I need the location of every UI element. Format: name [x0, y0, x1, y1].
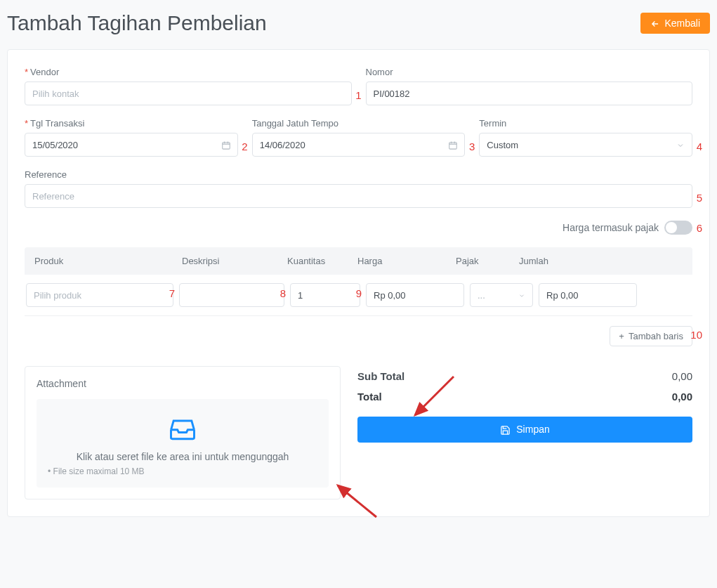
annotation-8: 8: [280, 287, 286, 299]
harga-pajak-label: Harga termasuk pajak: [563, 222, 659, 233]
page-title: Tambah Tagihan Pembelian: [7, 11, 267, 35]
attachment-card: Attachment Klik atau seret file ke area …: [25, 366, 341, 499]
attachment-title: Attachment: [37, 378, 329, 389]
line-item-row: Pilih produk 7 8 9 ...: [25, 275, 692, 316]
form-card: *Vendor Pilih kontak 1 Nomor *Tgl Transa…: [7, 49, 710, 517]
jatuh-tempo-input[interactable]: [252, 133, 466, 157]
subtotal-value: 0,00: [672, 370, 692, 382]
produk-select[interactable]: Pilih produk: [26, 283, 173, 307]
totals-panel: Sub Total 0,00 Total 0,00 Simpan: [357, 366, 692, 443]
nomor-input[interactable]: [366, 81, 693, 105]
th-produk: Produk: [34, 256, 182, 266]
nomor-label: Nomor: [366, 67, 693, 77]
vendor-label: *Vendor: [25, 67, 352, 77]
kuantitas-input[interactable]: [290, 283, 360, 307]
annotation-3: 3: [469, 141, 475, 152]
chevron-down-icon: [676, 140, 685, 150]
back-button-label: Kembali: [664, 18, 700, 29]
total-label: Total: [357, 391, 382, 403]
th-pajak: Pajak: [456, 256, 519, 266]
subtotal-label: Sub Total: [357, 370, 404, 382]
line-items-header: Produk Deskripsi Kuantitas Harga Pajak J…: [25, 247, 692, 275]
add-row-label: Tambah baris: [629, 331, 683, 341]
jatuh-tempo-label: Tanggal Jatuh Tempo: [252, 118, 466, 129]
annotation-9: 9: [356, 287, 362, 299]
annotation-1: 1: [355, 89, 361, 101]
th-jumlah: Jumlah: [519, 256, 617, 266]
th-harga: Harga: [357, 256, 456, 266]
reference-input[interactable]: [25, 184, 692, 208]
annotation-7: 7: [169, 287, 175, 299]
save-icon: [500, 424, 511, 436]
dropzone-text: Klik atau seret file ke area ini untuk m…: [48, 451, 317, 462]
total-value: 0,00: [672, 391, 692, 403]
deskripsi-input[interactable]: [179, 283, 284, 307]
pajak-select[interactable]: ...: [470, 283, 533, 307]
termin-select[interactable]: Custom: [479, 133, 692, 157]
annotation-2: 2: [242, 141, 247, 152]
annotation-6: 6: [697, 222, 702, 234]
dropzone-hint: File size maximal 10 MB: [48, 466, 317, 476]
vendor-select[interactable]: Pilih kontak: [25, 81, 352, 105]
chevron-down-icon: [518, 290, 525, 301]
harga-input[interactable]: [366, 283, 464, 307]
reference-label: Reference: [25, 169, 692, 180]
add-row-button[interactable]: + Tambah baris: [610, 326, 692, 346]
attachment-dropzone[interactable]: Klik atau seret file ke area ini untuk m…: [37, 399, 329, 488]
annotation-5: 5: [697, 192, 702, 204]
th-kuantitas: Kuantitas: [287, 256, 357, 266]
annotation-4: 4: [697, 141, 702, 152]
tgl-transaksi-input[interactable]: [25, 133, 238, 157]
annotation-10: 10: [690, 329, 702, 341]
save-button-label: Simpan: [516, 424, 549, 435]
th-deskripsi: Deskripsi: [182, 256, 287, 266]
plus-icon: +: [619, 331, 624, 341]
back-button[interactable]: Kembali: [640, 13, 710, 34]
arrow-left-icon: [650, 18, 660, 29]
termin-label: Termin: [479, 118, 692, 129]
inbox-icon: [48, 413, 317, 444]
harga-pajak-toggle[interactable]: [664, 221, 692, 235]
tgl-transaksi-label: *Tgl Transaksi: [25, 118, 238, 129]
jumlah-input[interactable]: [539, 283, 637, 307]
save-button[interactable]: Simpan: [357, 417, 692, 443]
